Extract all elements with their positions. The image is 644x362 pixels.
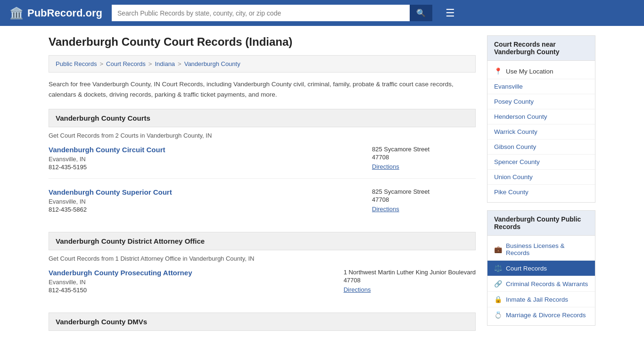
record-superior-court: Vandenburgh County Superior Court Evansv…	[49, 188, 476, 221]
pike-label: Pike County	[494, 189, 528, 196]
section-courts: Vanderburgh County Courts Get Court Reco…	[49, 109, 476, 221]
section-subtitle-courts: Get Court Records from 2 Courts in Vande…	[49, 132, 476, 139]
breadcrumb: Public Records > Court Records > Indiana…	[49, 55, 476, 73]
pa-address: 1 Northwest Martin Luther King Junior Bo…	[344, 269, 476, 276]
lock-icon: 🔒	[494, 296, 502, 303]
pa-zip: 47708	[344, 277, 476, 284]
use-location-label: Use My Location	[506, 68, 553, 75]
circuit-court-name: Vandenburgh County Circuit Court	[49, 146, 165, 154]
pa-directions[interactable]: Directions	[344, 286, 371, 293]
marriage-records-label: Marriage & Divorce Records	[506, 312, 586, 319]
union-label: Union County	[494, 173, 533, 181]
henderson-label: Henderson County	[494, 113, 547, 120]
site-logo[interactable]: 🏛️ PubRecord.org	[9, 7, 102, 20]
pa-city: Evansville, IN	[49, 279, 192, 286]
section-da: Vanderburgh County District Attorney Off…	[49, 232, 476, 301]
section-header-da: Vanderburgh County District Attorney Off…	[49, 232, 476, 250]
sidebar-item-union[interactable]: Union County	[487, 170, 595, 185]
superior-court-directions[interactable]: Directions	[372, 206, 399, 213]
intro-text: Search for free Vanderburgh County, IN C…	[49, 79, 476, 99]
scales-icon: ⚖️	[494, 264, 502, 272]
breadcrumb-vanderburgh-county[interactable]: Vanderburgh County	[184, 60, 240, 67]
logo-icon: 🏛️	[9, 7, 24, 20]
rings-icon: 💍	[494, 311, 502, 319]
criminal-records-label: Criminal Records & Warrants	[506, 280, 588, 288]
pa-name: Vanderburgh County Prosecuting Attorney	[49, 269, 192, 277]
sidebar-public-records-box: Vanderburgh County Public Records 💼 Busi…	[487, 210, 595, 326]
sidebar-item-business-licenses[interactable]: 💼 Business Licenses & Records	[487, 239, 595, 261]
sidebar-nearby-box: Court Records near Vanderburgh County 📍 …	[487, 35, 595, 203]
sidebar-item-spencer[interactable]: Spencer County	[487, 155, 595, 170]
superior-court-zip: 47708	[372, 196, 476, 203]
sidebar-item-posey[interactable]: Posey County	[487, 94, 595, 109]
court-records-label: Court Records	[506, 265, 547, 272]
superior-court-address: 825 Sycamore Street	[372, 188, 476, 195]
section-header-courts: Vanderburgh County Courts	[49, 109, 476, 127]
sidebar-item-evansville[interactable]: Evansville	[487, 79, 595, 94]
circuit-court-city: Evansville, IN	[49, 156, 165, 163]
sidebar-item-court-records[interactable]: ⚖️ Court Records	[487, 261, 595, 276]
record-circuit-court: Vandenburgh County Circuit Court Evansvi…	[49, 146, 476, 179]
search-button[interactable]: 🔍	[410, 5, 432, 21]
breadcrumb-indiana[interactable]: Indiana	[155, 60, 175, 67]
section-dmv: Vanderburgh County DMVs	[49, 313, 476, 331]
link-icon: 🔗	[494, 280, 502, 288]
business-licenses-label: Business Licenses & Records	[506, 242, 588, 256]
sidebar-item-inmate-records[interactable]: 🔒 Inmate & Jail Records	[487, 292, 595, 307]
search-bar: 🔍	[112, 5, 432, 21]
page-title: Vanderburgh County Court Records (Indian…	[49, 35, 476, 49]
superior-court-name: Vandenburgh County Superior Court	[49, 188, 172, 196]
superior-court-city: Evansville, IN	[49, 198, 172, 205]
location-icon: 📍	[494, 67, 502, 75]
sidebar-public-records-body: 💼 Business Licenses & Records ⚖️ Court R…	[487, 236, 595, 325]
warrick-label: Warrick County	[494, 128, 537, 135]
gibson-label: Gibson County	[494, 143, 536, 150]
menu-button[interactable]: ☰	[446, 7, 455, 19]
section-subtitle-da: Get Court Records from 1 District Attorn…	[49, 255, 476, 262]
search-input[interactable]	[112, 5, 410, 21]
sidebar-item-warrick[interactable]: Warrick County	[487, 124, 595, 140]
evansville-label: Evansville	[494, 83, 523, 90]
superior-court-phone: 812-435-5862	[49, 206, 172, 213]
spencer-label: Spencer County	[494, 158, 540, 165]
circuit-court-zip: 47708	[372, 154, 476, 161]
briefcase-icon: 💼	[494, 246, 502, 253]
sidebar-public-records-header: Vanderburgh County Public Records	[487, 211, 595, 236]
main-content: Vanderburgh County Court Records (Indian…	[49, 35, 476, 342]
sidebar-item-pike[interactable]: Pike County	[487, 185, 595, 199]
pa-phone: 812-435-5150	[49, 287, 192, 294]
circuit-court-phone: 812-435-5195	[49, 164, 165, 171]
page-container: Vanderburgh County Court Records (Indian…	[39, 26, 605, 352]
section-header-dmv: Vanderburgh County DMVs	[49, 313, 476, 331]
circuit-court-address: 825 Sycamore Street	[372, 146, 476, 153]
breadcrumb-public-records[interactable]: Public Records	[56, 60, 97, 67]
sidebar-item-criminal-records[interactable]: 🔗 Criminal Records & Warrants	[487, 276, 595, 292]
sidebar-nearby-body: 📍 Use My Location Evansville Posey Count…	[487, 61, 595, 202]
posey-label: Posey County	[494, 98, 534, 105]
search-icon: 🔍	[416, 9, 426, 17]
site-header: 🏛️ PubRecord.org 🔍 ☰	[0, 0, 644, 26]
menu-icon: ☰	[446, 7, 455, 19]
sidebar-item-gibson[interactable]: Gibson County	[487, 140, 595, 155]
logo-text: PubRecord.org	[27, 7, 102, 19]
circuit-court-directions[interactable]: Directions	[372, 163, 399, 170]
sidebar-use-location[interactable]: 📍 Use My Location	[487, 64, 595, 79]
sidebar: Court Records near Vanderburgh County 📍 …	[487, 35, 595, 342]
breadcrumb-court-records[interactable]: Court Records	[106, 60, 146, 67]
record-prosecuting-attorney: Vanderburgh County Prosecuting Attorney …	[49, 269, 476, 301]
inmate-records-label: Inmate & Jail Records	[506, 296, 568, 303]
sidebar-item-marriage-records[interactable]: 💍 Marriage & Divorce Records	[487, 307, 595, 322]
sidebar-nearby-header: Court Records near Vanderburgh County	[487, 36, 595, 61]
sidebar-item-henderson[interactable]: Henderson County	[487, 109, 595, 124]
